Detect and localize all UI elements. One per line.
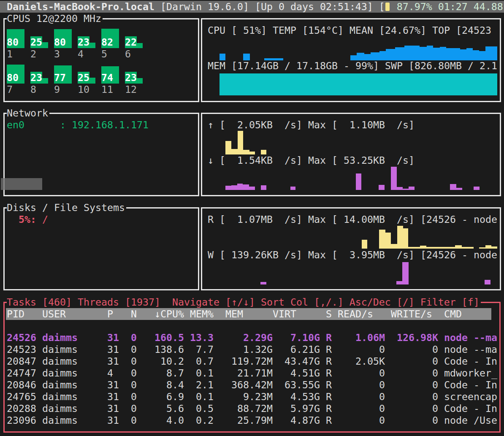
column-header-p[interactable]: P xyxy=(107,308,113,320)
task-cell-cmd[interactable]: screencap xyxy=(444,391,497,403)
cpu-history-bar xyxy=(386,49,395,60)
task-cell-pid[interactable]: 20846 xyxy=(7,379,36,391)
task-table-header[interactable]: PIDUSERPN↓CPU%MEM%MEMVIRTSREAD/sWRITE/sC… xyxy=(6,308,491,320)
task-cell-cmd[interactable]: Code - In xyxy=(444,355,497,367)
cpu-core-value: 74 xyxy=(101,72,113,84)
cpu-history-bar xyxy=(371,52,379,60)
column-header-virt[interactable]: VIRT xyxy=(273,308,296,320)
task-cell-write[interactable]: 0 xyxy=(367,403,438,414)
cpu-core-label: 2 xyxy=(30,48,36,60)
task-cell-user[interactable]: daimms xyxy=(42,414,78,426)
cpu-history-bar xyxy=(433,48,440,60)
disk-read-bar xyxy=(479,247,485,249)
task-cell-write[interactable]: 0 xyxy=(367,379,438,391)
cpu-core-bar xyxy=(89,78,95,84)
task-cell-pid[interactable]: 20288 xyxy=(7,403,36,414)
net-download-bar xyxy=(456,188,462,190)
task-cell-cmd[interactable]: mdworker_ xyxy=(444,367,497,379)
task-cell-user[interactable]: daimms xyxy=(42,391,78,403)
cpu-history-bar xyxy=(440,47,446,60)
task-cell-virt[interactable]: 43.47G xyxy=(249,355,320,367)
cpu-core-value: 77 xyxy=(54,72,66,84)
net-download-bar xyxy=(379,185,385,190)
task-cell-user[interactable]: daimms xyxy=(42,332,78,344)
task-cell-cmd[interactable]: node --ma xyxy=(444,332,497,344)
cpu-box-title: CPUS 12@2200 MHz xyxy=(7,13,103,24)
task-cell-user[interactable]: daimms xyxy=(42,379,78,391)
tasks-box-title: Tasks [460] Threads [1937] Navigate [↑/↓… xyxy=(7,296,481,308)
disk-write-bar xyxy=(396,281,402,284)
column-header-cmd[interactable]: CMD xyxy=(444,308,462,320)
task-cell-cmd[interactable]: Code - In xyxy=(444,379,497,391)
cpu-core-label: 3 xyxy=(54,48,60,60)
cpu-core-bar xyxy=(113,66,119,84)
column-header-read[interactable]: READ/s xyxy=(338,308,373,320)
task-cell-pid[interactable]: 24747 xyxy=(7,367,36,379)
battery-icon xyxy=(385,1,391,13)
disk-write-bar xyxy=(485,280,490,284)
task-cell-pid[interactable]: 20847 xyxy=(7,355,36,367)
net-download-bar xyxy=(391,167,397,190)
net-download-bar xyxy=(261,185,266,190)
column-header-memp[interactable]: MEM% xyxy=(190,308,214,320)
column-header-n[interactable]: N xyxy=(131,308,137,320)
task-cell-p[interactable]: 4 xyxy=(107,367,113,379)
task-cell-pid[interactable]: 24526 xyxy=(7,332,36,344)
task-cell-write[interactable]: 0 xyxy=(367,355,438,367)
task-cell-write[interactable]: 0 xyxy=(367,391,438,403)
cpu-core-bar xyxy=(42,78,48,84)
cpu-history-bar xyxy=(460,49,466,60)
net-download-bar xyxy=(409,187,415,190)
task-cell-virt[interactable]: 63.55G xyxy=(249,379,320,391)
mem-history-bar xyxy=(219,73,497,96)
task-cell-pid[interactable]: 24765 xyxy=(7,391,36,403)
task-cell-write[interactable]: 126.98K xyxy=(367,332,438,344)
battery-time-stats: 87.97% 01:27 44.88 xyxy=(391,1,503,12)
column-header-user[interactable]: USER xyxy=(42,308,66,320)
task-cell-user[interactable]: daimms xyxy=(42,367,78,379)
disks-box xyxy=(3,207,199,290)
task-cell-cmd[interactable]: node /Use xyxy=(444,414,497,426)
task-cell-write[interactable]: 0 xyxy=(367,367,438,379)
disk-write-bar xyxy=(260,282,266,284)
column-header-cpu[interactable]: ↓CPU% xyxy=(154,308,184,320)
network-box-title: Network xyxy=(7,107,49,119)
task-cell-cmd[interactable]: node --ma xyxy=(444,344,497,355)
task-cell-virt[interactable]: 7.10G xyxy=(249,332,320,344)
task-cell-pid[interactable]: 23096 xyxy=(7,414,36,426)
column-header-pid[interactable]: PID xyxy=(7,308,24,320)
cpu-core-label: 4 xyxy=(78,48,84,60)
disk-read-bar xyxy=(420,246,426,249)
net-upload-bar xyxy=(243,150,249,154)
task-cell-virt[interactable]: 4.87G xyxy=(249,414,320,426)
task-cell-cmd[interactable]: Code - In xyxy=(444,403,497,414)
task-cell-virt[interactable]: 4.51G xyxy=(249,367,320,379)
disk-write-graph xyxy=(219,261,497,284)
cpu-core-bar xyxy=(137,43,143,48)
task-cell-pid[interactable]: 24523 xyxy=(7,344,36,355)
task-cell-write[interactable]: 0 xyxy=(367,414,438,426)
cpu-core-value: 25 xyxy=(78,72,89,84)
net-download-bar xyxy=(237,184,243,190)
task-cell-user[interactable]: daimms xyxy=(42,344,78,355)
disks-box-title: Disks / File Systems xyxy=(7,202,126,214)
cpu-core-label: 1 xyxy=(7,48,13,60)
net-upload-bar xyxy=(249,152,255,154)
task-cell-user[interactable]: daimms xyxy=(42,403,78,414)
task-cell-write[interactable]: 0 xyxy=(367,344,438,355)
task-cell-virt[interactable]: 5.97G xyxy=(249,403,320,414)
column-header-mem[interactable]: MEM xyxy=(225,308,243,320)
status-bar-line: Daniels-MacBook-Pro.local [Darwin 19.6.0… xyxy=(7,1,503,13)
disk-read-bar xyxy=(408,247,420,249)
disk-read-bar xyxy=(462,247,474,249)
column-header-write[interactable]: WRITE/s xyxy=(391,308,432,320)
cpu-history-bar xyxy=(364,54,371,60)
task-cell-user[interactable]: daimms xyxy=(42,355,78,367)
cpu-core-label: 7 xyxy=(7,84,13,95)
cpu-core-label: 10 xyxy=(78,84,89,95)
column-header-s[interactable]: S xyxy=(326,308,332,320)
net-download-bar xyxy=(403,189,409,190)
hostname: Daniels-MacBook-Pro.local xyxy=(7,1,154,12)
task-cell-virt[interactable]: 4.53G xyxy=(249,391,320,403)
task-cell-virt[interactable]: 6.21G xyxy=(249,344,320,355)
